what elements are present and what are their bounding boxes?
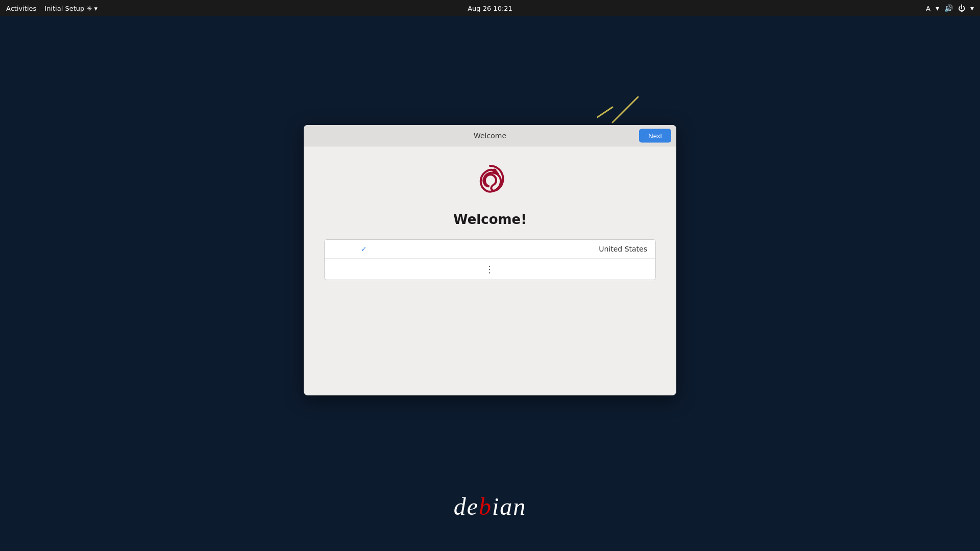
- welcome-dialog: Welcome Next Welcome! English ✓ United S…: [304, 125, 676, 395]
- more-languages-dots-icon: ⋮: [485, 264, 495, 274]
- language-name: English: [333, 245, 357, 253]
- debian-text-e: e: [467, 493, 479, 520]
- topbar-datetime: Aug 26 10:21: [468, 5, 512, 12]
- debian-dot-b: b: [479, 493, 492, 520]
- svg-point-2: [493, 169, 497, 173]
- dialog-title: Welcome: [474, 132, 506, 140]
- initial-setup-menu[interactable]: Initial Setup ✳ ▾: [44, 5, 97, 12]
- debian-text-ian: ian: [492, 493, 526, 520]
- font-down-icon: ▾: [936, 4, 939, 12]
- svg-line-1: [597, 107, 612, 117]
- activities-button[interactable]: Activities: [6, 5, 36, 12]
- language-list[interactable]: English ✓ United States ⋮: [324, 239, 656, 280]
- debian-text-d: d: [454, 493, 467, 520]
- language-row-left: English ✓: [333, 245, 367, 253]
- top-bar: Activities Initial Setup ✳ ▾ Aug 26 10:2…: [0, 0, 980, 16]
- dialog-content: Welcome! English ✓ United States ⋮: [304, 146, 676, 300]
- initial-setup-label: Initial Setup: [44, 5, 84, 12]
- welcome-heading: Welcome!: [453, 212, 527, 227]
- svg-line-0: [612, 97, 638, 122]
- topbar-right: A ▾ 🔊 ⏻ ▾: [926, 4, 974, 12]
- next-button[interactable]: Next: [639, 129, 671, 142]
- more-languages-row[interactable]: ⋮: [325, 259, 655, 280]
- selected-check-icon: ✓: [361, 245, 367, 253]
- dialog-titlebar: Welcome Next: [304, 125, 676, 146]
- decorative-lines: [597, 87, 648, 130]
- language-row-english[interactable]: English ✓ United States: [325, 240, 655, 259]
- initial-setup-icon: ✳: [86, 5, 92, 12]
- chevron-down-icon: ▾: [94, 5, 97, 12]
- debian-wordmark: debian: [454, 492, 527, 520]
- power-menu-icon[interactable]: ⏻: [958, 4, 965, 12]
- volume-icon[interactable]: 🔊: [944, 4, 953, 12]
- topbar-left: Activities Initial Setup ✳ ▾: [6, 5, 97, 12]
- debian-swirl-logo: [470, 162, 510, 203]
- power-chevron-icon: ▾: [970, 4, 974, 12]
- font-size-indicator[interactable]: A: [926, 5, 930, 12]
- language-region: United States: [599, 245, 647, 253]
